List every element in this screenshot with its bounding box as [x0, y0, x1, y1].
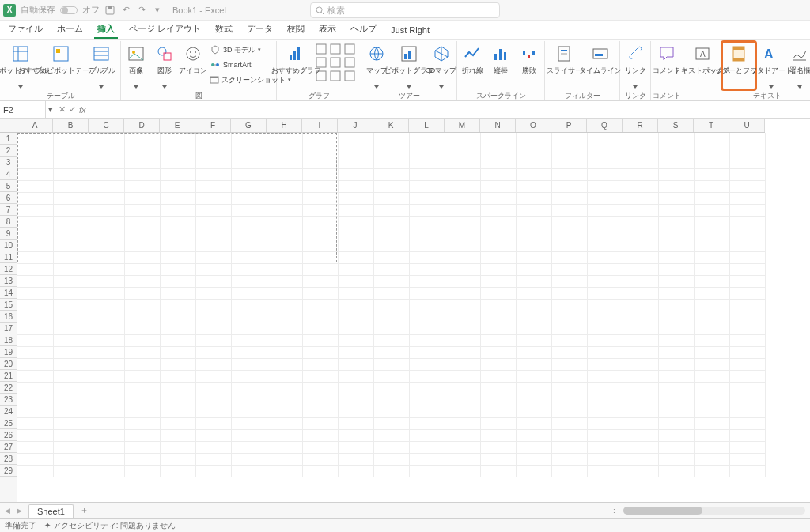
cell[interactable]	[694, 133, 729, 145]
cell[interactable]	[124, 157, 160, 168]
cell[interactable]	[89, 275, 124, 287]
cell[interactable]	[587, 180, 623, 192]
cell[interactable]	[302, 453, 338, 465]
cell[interactable]	[160, 133, 195, 145]
cell[interactable]	[231, 180, 267, 192]
cell[interactable]	[338, 263, 373, 275]
cell[interactable]	[694, 453, 729, 465]
row-headers[interactable]: 1234567891011121314151617181920212223242…	[0, 133, 17, 502]
cell[interactable]	[231, 453, 267, 465]
fx-icon[interactable]: fx	[79, 105, 86, 115]
cell[interactable]	[338, 216, 373, 228]
cell[interactable]	[658, 311, 694, 323]
cell[interactable]	[445, 251, 480, 263]
cell[interactable]	[267, 180, 302, 192]
cell[interactable]	[195, 334, 231, 346]
row-header[interactable]: 12	[0, 263, 17, 275]
cell[interactable]	[53, 192, 89, 204]
cell[interactable]	[729, 180, 765, 192]
cell[interactable]	[267, 323, 302, 334]
cell[interactable]	[231, 441, 267, 453]
row-header[interactable]: 21	[0, 370, 17, 382]
cell[interactable]	[480, 204, 516, 216]
cell[interactable]	[17, 358, 53, 370]
cell[interactable]	[658, 157, 694, 168]
cell[interactable]	[729, 299, 765, 311]
row-header[interactable]: 2	[0, 145, 17, 157]
cell[interactable]	[89, 204, 124, 216]
cell[interactable]	[302, 192, 338, 204]
cell[interactable]	[89, 287, 124, 299]
cell[interactable]	[694, 311, 729, 323]
cell[interactable]	[409, 263, 445, 275]
cell[interactable]	[53, 157, 89, 168]
row-header[interactable]: 5	[0, 180, 17, 192]
cell[interactable]	[53, 299, 89, 311]
cell[interactable]	[551, 311, 587, 323]
cell[interactable]	[658, 441, 694, 453]
cell[interactable]	[267, 441, 302, 453]
cell[interactable]	[587, 275, 623, 287]
cell[interactable]	[195, 168, 231, 180]
cell[interactable]	[658, 382, 694, 394]
cell[interactable]	[516, 216, 551, 228]
cell[interactable]	[623, 204, 658, 216]
cell[interactable]	[551, 370, 587, 382]
cell[interactable]	[516, 429, 551, 441]
cell[interactable]	[658, 192, 694, 204]
cell[interactable]	[409, 465, 445, 477]
cell[interactable]	[587, 133, 623, 145]
cell[interactable]	[231, 145, 267, 157]
chart-mini-map[interactable]	[329, 70, 342, 82]
cell[interactable]	[124, 394, 160, 406]
cell[interactable]	[267, 168, 302, 180]
cell[interactable]	[267, 157, 302, 168]
cell[interactable]	[551, 145, 587, 157]
cell[interactable]	[302, 228, 338, 240]
cell[interactable]	[231, 429, 267, 441]
cell[interactable]	[551, 240, 587, 251]
cell[interactable]	[89, 394, 124, 406]
cell[interactable]	[53, 346, 89, 358]
cell[interactable]	[89, 240, 124, 251]
cell[interactable]	[160, 204, 195, 216]
row-header[interactable]: 22	[0, 382, 17, 394]
cell[interactable]	[516, 394, 551, 406]
cell[interactable]	[338, 240, 373, 251]
cell[interactable]	[124, 240, 160, 251]
cell[interactable]	[89, 192, 124, 204]
cell[interactable]	[587, 311, 623, 323]
cell[interactable]	[195, 323, 231, 334]
cell[interactable]	[551, 465, 587, 477]
cell[interactable]	[623, 394, 658, 406]
cell[interactable]	[623, 192, 658, 204]
cell[interactable]	[17, 228, 53, 240]
comment-button[interactable]: コメント	[653, 41, 680, 90]
cell[interactable]	[160, 406, 195, 417]
cell[interactable]	[17, 192, 53, 204]
cell[interactable]	[729, 204, 765, 216]
column-header[interactable]: C	[89, 119, 124, 132]
cell[interactable]	[338, 429, 373, 441]
cell[interactable]	[694, 346, 729, 358]
cell[interactable]	[338, 287, 373, 299]
cell[interactable]	[623, 240, 658, 251]
cell[interactable]	[516, 157, 551, 168]
cell[interactable]	[445, 394, 480, 406]
column-headers[interactable]: ABCDEFGHIJKLMNOPQRSTU	[17, 119, 765, 133]
row-header[interactable]: 20	[0, 358, 17, 370]
cell[interactable]	[409, 287, 445, 299]
cell[interactable]	[302, 406, 338, 417]
cell[interactable]	[231, 133, 267, 145]
cell[interactable]	[587, 251, 623, 263]
table-button[interactable]: テーブル	[84, 41, 119, 90]
cell[interactable]	[694, 382, 729, 394]
column-header[interactable]: D	[124, 119, 160, 132]
cell[interactable]	[124, 228, 160, 240]
cell[interactable]	[160, 145, 195, 157]
cell[interactable]	[551, 263, 587, 275]
cell[interactable]	[587, 382, 623, 394]
cell[interactable]	[267, 216, 302, 228]
name-box-dropdown[interactable]: ▾	[46, 101, 55, 118]
cell[interactable]	[623, 346, 658, 358]
